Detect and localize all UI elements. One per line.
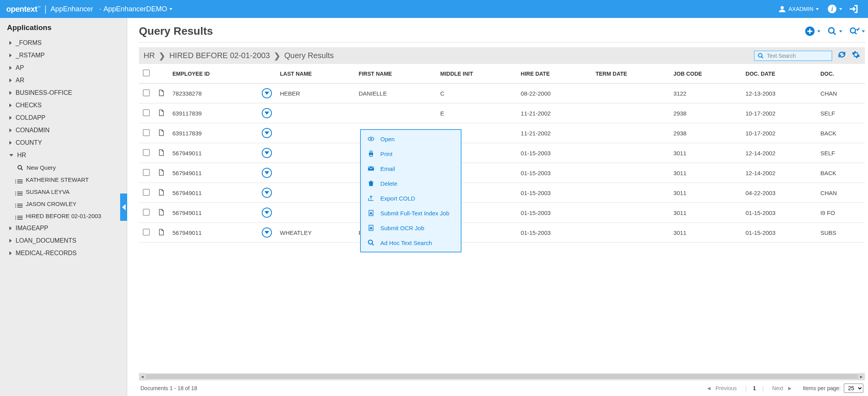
column-header[interactable]: DOC. DATE (742, 64, 817, 83)
table-row[interactable]: 639117839E11-21-2002293810-17-2002BACK (139, 123, 865, 143)
sidebar-subitem[interactable]: SUSANA LEYVA (0, 186, 127, 198)
table-row[interactable]: 782338278HEBERDANIELLEC08-22-2000312212-… (139, 83, 865, 103)
datasource-dropdown[interactable]: AppEnhancerDEMO (103, 5, 172, 13)
row-menu-button[interactable] (262, 188, 272, 198)
sidebar-item--rstamp[interactable]: _RSTAMP (0, 49, 127, 62)
results-footer: Documents 1 - 18 of 18 ◄ Previous | 1 | … (139, 380, 865, 396)
sidebar-item-conadmin[interactable]: CONADMIN (0, 124, 127, 137)
sidebar-item-ap[interactable]: AP (0, 62, 127, 74)
row-menu-button[interactable] (262, 108, 272, 118)
menu-item-submit-ocr-job[interactable]: ASubmit OCR Job (361, 220, 461, 235)
menu-item-open[interactable]: Open (361, 131, 461, 146)
column-header[interactable]: DOC. (817, 64, 865, 83)
sidebar-item--forms[interactable]: _FORMS (0, 37, 127, 49)
table-row[interactable]: 567949011T01-15-2003301104-22-2003CHAN (139, 183, 865, 203)
row-menu-button[interactable] (262, 88, 272, 98)
row-menu-button[interactable] (262, 227, 272, 238)
menu-item-print[interactable]: Print (361, 146, 461, 161)
column-header[interactable]: EMPLOYEE ID (169, 64, 258, 83)
row-checkbox[interactable] (143, 169, 150, 176)
column-header[interactable]: JOB CODE (669, 64, 742, 83)
user-menu[interactable]: AXADMIN (778, 5, 819, 13)
row-checkbox[interactable] (143, 129, 150, 136)
next-page-button[interactable]: Next ► (770, 385, 793, 391)
sidebar-subitem[interactable]: New Query (0, 162, 127, 174)
header-divider: | (44, 4, 47, 14)
sidebar-item-ar[interactable]: AR (0, 74, 127, 87)
sidebar-item-imageapp[interactable]: IMAGEAPP (0, 222, 127, 234)
column-header[interactable]: FIRST NAME (355, 64, 436, 83)
breadcrumb-item[interactable]: HIRED BEFORE 02-01-2003 (169, 51, 270, 60)
search-icon (758, 53, 764, 59)
product-name: AppEnhancer (51, 5, 93, 13)
new-button[interactable] (805, 26, 820, 36)
settings-button[interactable] (852, 50, 860, 61)
row-menu-button[interactable] (262, 128, 272, 138)
document-icon (154, 223, 169, 243)
svg-rect-14 (370, 181, 372, 181)
table-row[interactable]: 639117839E11-21-2002293810-17-2002SELF (139, 103, 865, 123)
column-header[interactable]: HIRE DATE (517, 64, 592, 83)
menu-item-email[interactable]: Email (361, 161, 461, 176)
row-checkbox[interactable] (143, 149, 150, 156)
sidebar-item-loan-documents[interactable]: LOAN_DOCUMENTS (0, 234, 127, 247)
refresh-button[interactable] (838, 50, 846, 61)
table-row[interactable]: 567949011T01-15-2003301101-15-2003I9 FO (139, 203, 865, 223)
info-menu[interactable]: i (827, 4, 842, 14)
search-check-icon (849, 27, 859, 36)
table-row[interactable]: 567949011WHEATLEYPHILLIPT01-15-200330110… (139, 223, 865, 243)
plus-circle-icon (805, 26, 815, 36)
svg-point-6 (850, 28, 856, 33)
page-title: Query Results (139, 25, 798, 37)
sidebar-item-medical-records[interactable]: MEDICAL-RECORDS (0, 247, 127, 259)
column-header[interactable]: MIDDLE INIT (437, 64, 517, 83)
mail-icon (367, 165, 375, 172)
row-checkbox[interactable] (143, 109, 150, 116)
document-icon (154, 183, 169, 203)
row-checkbox[interactable] (143, 209, 150, 216)
sidebar-item-coldapp[interactable]: COLDAPP (0, 112, 127, 124)
row-context-menu: OpenPrintEmailDeleteExport COLDASubmit F… (360, 129, 462, 252)
document-icon (154, 143, 169, 163)
table-row[interactable]: 567949011T01-15-2003301112-14-2002BACK (139, 163, 865, 183)
sidebar-item-checks[interactable]: CHECKS (0, 99, 127, 112)
row-checkbox[interactable] (143, 189, 150, 196)
advanced-search-menu[interactable] (849, 27, 865, 36)
select-all-checkbox[interactable] (143, 69, 150, 76)
refresh-icon (838, 50, 846, 59)
row-menu-button[interactable] (262, 148, 272, 158)
gear-icon (852, 50, 860, 59)
menu-item-ad-hoc-text-search[interactable]: Ad Hoc Text Search (361, 235, 461, 250)
breadcrumb-item[interactable]: HR (144, 51, 155, 60)
sidebar-item-business-office[interactable]: BUSINESS-OFFICE (0, 87, 127, 99)
menu-item-submit-full-text-index-job[interactable]: ASubmit Full-Text Index Job (361, 206, 461, 220)
table-row[interactable]: 567949011T01-15-2003301112-14-2002SELF (139, 143, 865, 163)
sidebar-subitem[interactable]: KATHERINE STEWART (0, 174, 127, 186)
pager: ◄ Previous | 1 | Next ► (704, 385, 795, 391)
sidebar-subitem[interactable]: JASON CROWLEY (0, 198, 127, 210)
search-menu[interactable] (827, 27, 842, 36)
sidebar-collapse-handle[interactable] (120, 194, 127, 221)
document-icon (154, 123, 169, 143)
column-header[interactable]: LAST NAME (276, 64, 355, 83)
menu-item-export-cold[interactable]: Export COLD (361, 191, 461, 206)
items-per-page-label: Items per page: (803, 385, 841, 391)
text-search-input[interactable]: Text Search (754, 51, 832, 61)
results-count: Documents 1 - 18 of 18 (140, 385, 197, 391)
logout-button[interactable] (848, 4, 859, 14)
row-checkbox[interactable] (143, 229, 150, 236)
row-checkbox[interactable] (143, 89, 150, 96)
svg-text:A: A (370, 211, 372, 215)
svg-rect-12 (370, 154, 372, 156)
doc-icon: A (367, 224, 375, 231)
horizontal-scrollbar[interactable]: ◄► (139, 373, 865, 380)
sidebar-item-county[interactable]: COUNTY (0, 137, 127, 149)
menu-item-delete[interactable]: Delete (361, 176, 461, 191)
items-per-page-select[interactable]: 25 (844, 384, 863, 393)
prev-page-button[interactable]: ◄ Previous (706, 385, 739, 391)
sidebar-item-hr[interactable]: HR (0, 149, 127, 162)
row-menu-button[interactable] (262, 168, 272, 178)
sidebar-subitem[interactable]: HIRED BEFORE 02-01-2003 (0, 210, 127, 222)
column-header[interactable]: TERM DATE (592, 64, 670, 83)
row-menu-button[interactable] (262, 208, 272, 218)
